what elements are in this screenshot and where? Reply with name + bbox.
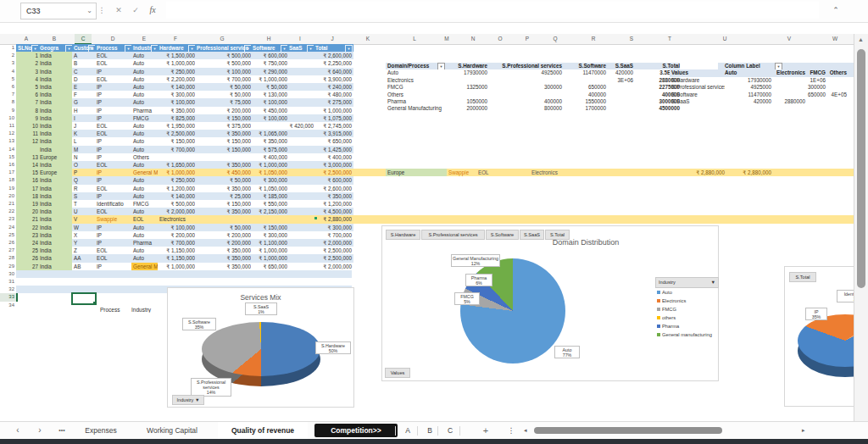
cell-r12-c9[interactable]: ₹ 3,915,000 (314, 130, 353, 137)
cell-r6-c9[interactable]: ₹ 240,000 (314, 83, 353, 91)
cell-r21-c9[interactable]: ₹ 1,200,000 (314, 200, 353, 208)
pivot1-header-1[interactable]: S.Hardware (445, 63, 489, 69)
cell-r12-c8[interactable] (287, 130, 315, 137)
cell-r11-c4[interactable]: Auto (131, 122, 159, 130)
cell-r11-c9[interactable]: ₹ 2,745,000 (314, 122, 353, 130)
cell-r12-c2[interactable]: K (72, 130, 97, 137)
cell-r26-c1[interactable]: India (38, 239, 74, 247)
cell-r2-c7[interactable]: ₹ 600,000 (251, 52, 289, 59)
cell-r18-c2[interactable]: Q (72, 176, 97, 184)
cell-r4-c8[interactable] (287, 68, 315, 75)
row-header-24[interactable]: 24 (0, 224, 16, 231)
cell-r15-c6[interactable] (195, 153, 253, 161)
cell-r27-c6[interactable]: ₹ 350,000 (195, 247, 253, 254)
cell-r14-c3[interactable]: IP (95, 146, 133, 153)
legend-item-5[interactable]: General manufacturing (657, 332, 712, 337)
ribbon-collapse-icon[interactable]: ⌃ (829, 3, 843, 17)
cell-r6-c5[interactable]: ₹ 140,000 (158, 83, 197, 91)
cell-r26-c2[interactable]: Y (72, 239, 97, 247)
cell-r8-c0[interactable]: 7 (16, 98, 40, 106)
cell-r11-c5[interactable]: ₹ 1,950,000 (158, 122, 197, 130)
row-header-26[interactable]: 26 (0, 239, 16, 247)
cell-r6-c0[interactable]: 5 (16, 83, 40, 91)
row-header-19[interactable]: 19 (0, 185, 16, 192)
pivot2-r0-c1[interactable]: 17930000 (723, 77, 773, 84)
pivot1-r4-c0[interactable]: Pharma (386, 98, 447, 105)
table-header-8[interactable]: SaaS▼ (287, 44, 315, 52)
row-header-13[interactable]: 13 (0, 137, 16, 145)
pivot2-header-4[interactable]: Others (826, 69, 849, 76)
cell-r19-c1[interactable]: India (38, 185, 74, 192)
cell-r27-c2[interactable]: Z (72, 247, 97, 254)
pivot1-r3-c1[interactable] (445, 92, 489, 98)
cell-r17-c3[interactable]: IP (95, 169, 133, 176)
cell-r29-c5[interactable]: ₹ 1,000,000 (158, 263, 197, 270)
column-header-T[interactable]: T (661, 34, 678, 43)
cell-r23-c3[interactable]: Swappie (95, 215, 133, 223)
pivot1-r2-c2[interactable]: 300000 (487, 84, 564, 91)
cell-r9-c4[interactable]: Pharma (131, 107, 159, 114)
cell-r23-c4[interactable]: EOL (131, 215, 159, 223)
cell-r27-c0[interactable]: 25 (16, 247, 40, 254)
cell-r8-c1[interactable]: India (38, 98, 74, 106)
cell-r2-c1[interactable]: India (38, 52, 74, 59)
cell-r2-c9[interactable]: ₹ 2,600,000 (314, 52, 353, 59)
cell-r5-c2[interactable]: D (72, 75, 97, 83)
cell-r14-c4[interactable]: Auto (131, 146, 159, 153)
band17-cell-4[interactable]: ₹ 2,880,000 (670, 169, 726, 176)
pivot1-r0-c0[interactable]: Auto (386, 69, 447, 76)
axis-values-button[interactable]: Values (385, 368, 410, 378)
cell-r24-c5[interactable]: ₹ 100,000 (158, 224, 197, 231)
cell-r24-c8[interactable] (287, 224, 315, 231)
pivot2-header-1[interactable]: Auto (723, 69, 773, 76)
column-header-B[interactable]: B (46, 34, 63, 43)
legend-item-1[interactable]: Electronics (657, 298, 686, 303)
cell-r29-c8[interactable] (287, 263, 315, 270)
cell-r8-c5[interactable]: ₹ 100,000 (158, 98, 197, 106)
row-header-3[interactable]: 3 (0, 59, 16, 67)
cell-r25-c7[interactable]: ₹ 300,000 (251, 231, 289, 239)
pivot1-r5-c1[interactable]: 2000000 (445, 105, 489, 112)
table-header-0[interactable]: SLNo▼ (16, 44, 40, 52)
cell-r10-c8[interactable] (287, 114, 315, 122)
cell-r28-c8[interactable] (287, 254, 315, 262)
tab-prev-icon[interactable]: ‹ (12, 422, 24, 439)
row-header-27[interactable]: 27 (0, 247, 16, 254)
row-header-9[interactable]: 9 (0, 107, 16, 114)
cell-r16-c0[interactable]: 14 (16, 161, 40, 169)
pivot2-r3-c3[interactable] (805, 98, 827, 105)
pivot1-r5-c5[interactable]: 4500000 (633, 105, 682, 112)
column-header-D[interactable]: D (104, 34, 121, 43)
cell-r29-c4[interactable]: General M (131, 263, 159, 270)
table-header-1[interactable]: Geogra▼ (38, 44, 74, 52)
cell-r29-c2[interactable]: AB (72, 263, 97, 270)
vertical-scroll-thumb[interactable] (857, 49, 865, 288)
cell-r20-c7[interactable]: ₹ 185,000 (251, 192, 289, 200)
row-header-28[interactable]: 28 (0, 254, 16, 262)
cell-r12-c1[interactable]: India (38, 130, 74, 137)
cell-r6-c1[interactable]: India (38, 83, 74, 91)
band17-cell-1[interactable]: Swappie (447, 169, 476, 176)
cell-r5-c4[interactable]: Auto (131, 75, 159, 83)
cell-r27-c8[interactable] (287, 247, 315, 254)
cell-r29-c3[interactable]: IP (95, 263, 133, 270)
column-header-F[interactable]: F (167, 34, 184, 43)
cell-r29-c7[interactable]: ₹ 650,000 (251, 263, 289, 270)
cell-r25-c5[interactable]: ₹ 200,000 (158, 231, 197, 239)
hscroll-thumb[interactable] (534, 427, 722, 434)
cell-r16-c7[interactable]: ₹ 1,000,000 (251, 161, 289, 169)
cell-r28-c5[interactable]: ₹ 1,150,000 (158, 254, 197, 262)
cell-r6-c8[interactable] (287, 83, 315, 91)
pivot1-r3-c3[interactable]: 400000 (562, 92, 608, 98)
cell-r20-c4[interactable]: Auto (131, 192, 159, 200)
cell-r29-c0[interactable]: 27 (16, 263, 40, 270)
cell-r26-c6[interactable]: ₹ 200,000 (195, 239, 253, 247)
cell-r7-c6[interactable]: ₹ 50,000 (195, 91, 253, 98)
cell-r9-c0[interactable]: 8 (16, 107, 40, 114)
cell-r16-c6[interactable]: ₹ 350,000 (195, 161, 253, 169)
cell-r25-c9[interactable]: ₹ 700,000 (314, 231, 353, 239)
cancel-icon[interactable]: ✕ (112, 3, 125, 18)
cell-r11-c2[interactable]: J (72, 122, 97, 130)
cell-r16-c5[interactable]: ₹ 1,650,000 (158, 161, 197, 169)
cell-r21-c1[interactable]: India (38, 200, 74, 208)
